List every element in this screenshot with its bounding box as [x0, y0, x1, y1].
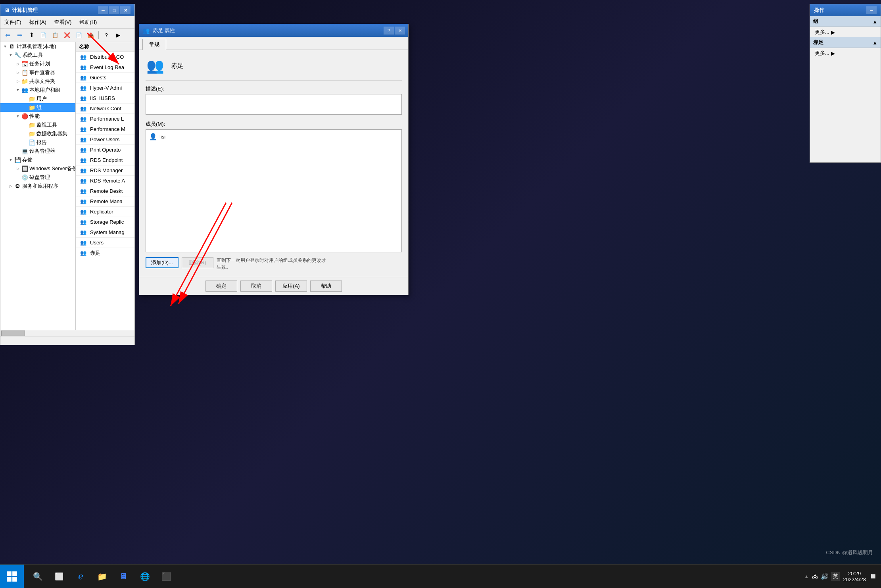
chizu-more-button[interactable]: 更多... ▶: [810, 48, 881, 58]
dialog-help-button[interactable]: ?: [384, 27, 394, 35]
menu-file[interactable]: 文件(F): [0, 17, 25, 27]
clock-date: 2022/4/28: [843, 576, 866, 582]
run-btn[interactable]: ▶: [113, 30, 124, 40]
taskbar-clock[interactable]: 20:29 2022/4/28: [843, 571, 866, 582]
taskbar-ie[interactable]: ℯ: [71, 567, 90, 586]
list-item[interactable]: 👥 Performance M: [76, 124, 134, 135]
list-item-name: Replicator: [90, 209, 113, 215]
list-item[interactable]: 👥 Remote Deskt: [76, 186, 134, 196]
add-member-button[interactable]: 添加(D)...: [146, 257, 179, 268]
help-button[interactable]: 帮助: [310, 281, 342, 292]
description-input[interactable]: [146, 94, 402, 115]
list-item[interactable]: 👥 System Manag: [76, 227, 134, 238]
tree-item-disk-mgmt[interactable]: 💿 磁盘管理: [0, 173, 75, 182]
show-desktop-icon[interactable]: ▲: [804, 574, 809, 579]
tree-item-datacollector[interactable]: 📁 数据收集器集: [0, 129, 75, 138]
menu-help[interactable]: 帮助(H): [75, 17, 101, 27]
menu-view[interactable]: 查看(V): [50, 17, 75, 27]
list-item[interactable]: 👥 Hyper-V Admi: [76, 83, 134, 93]
list-item[interactable]: 👥 Print Operato: [76, 145, 134, 155]
list-item-name: Performance L: [90, 116, 124, 122]
list-item[interactable]: 👥 RDS Endpoint: [76, 155, 134, 165]
start-button[interactable]: [0, 565, 24, 588]
list-item[interactable]: 👥 Distributed CO: [76, 52, 134, 62]
list-item[interactable]: 👥 Storage Replic: [76, 217, 134, 227]
forward-button[interactable]: ➡: [14, 30, 25, 40]
list-item-chizu[interactable]: 👥 赤足: [76, 248, 134, 258]
rename-btn[interactable]: 📄: [73, 30, 84, 40]
back-button[interactable]: ⬅: [2, 30, 13, 40]
maximize-button[interactable]: □: [109, 6, 119, 14]
group-icon: 👥: [79, 135, 88, 144]
tree-label: 组: [36, 104, 42, 111]
apply-button[interactable]: 应用(A): [275, 281, 307, 292]
new-window[interactable]: 📋: [50, 30, 61, 40]
tree-item-task[interactable]: ▷ 📅 任务计划: [0, 60, 75, 68]
tree-item-share[interactable]: ▷ 📁 共享文件夹: [0, 77, 75, 86]
list-item[interactable]: 👥 Network Conf: [76, 104, 134, 114]
list-item-name: Hyper-V Admi: [90, 85, 122, 91]
tree-item-reports[interactable]: 📄 报告: [0, 138, 75, 147]
taskbar-task-view[interactable]: ⬜: [49, 567, 69, 586]
taskbar-network[interactable]: 🌐: [135, 567, 155, 586]
delete-btn[interactable]: ❌: [61, 30, 73, 40]
tree-item-users[interactable]: 📁 用户: [0, 94, 75, 103]
taskbar-search[interactable]: 🔍: [28, 567, 48, 586]
tree-item-windows-backup[interactable]: ▷ 🔲 Windows Server备份: [0, 164, 75, 173]
group-more-button[interactable]: 更多... ▶: [810, 27, 881, 37]
taskbar-cmd[interactable]: ⬛: [156, 567, 176, 586]
list-item[interactable]: 👥 Users: [76, 238, 134, 248]
operations-group-header: 组 ▲: [810, 16, 881, 27]
list-item[interactable]: 👥 Power Users: [76, 135, 134, 145]
help-btn[interactable]: ?: [101, 30, 112, 40]
list-item[interactable]: 👥 Event Log Rea: [76, 62, 134, 73]
taskbar-server-mgr[interactable]: 🖥: [113, 567, 133, 586]
ok-button[interactable]: 确定: [205, 281, 237, 292]
tree-item-monitor[interactable]: 📁 监视工具: [0, 121, 75, 129]
dialog-close-button[interactable]: ✕: [395, 27, 405, 35]
group-icon: 👥: [79, 125, 88, 134]
export-btn[interactable]: 📤: [85, 30, 96, 40]
list-item-name: Storage Replic: [90, 219, 124, 225]
tree-item-storage[interactable]: ▼ 💾 存储: [0, 156, 75, 164]
expand-icon: ▲: [872, 40, 877, 46]
show-hide-console[interactable]: 📄: [38, 30, 49, 40]
up-button[interactable]: ⬆: [26, 30, 37, 40]
tree-item-device-mgr[interactable]: 💻 设备管理器: [0, 147, 75, 156]
minimize-button[interactable]: ─: [98, 6, 108, 14]
cancel-button[interactable]: 取消: [240, 281, 272, 292]
more-label: 更多...: [815, 29, 829, 36]
list-item[interactable]: 👥 Replicator: [76, 207, 134, 217]
close-button[interactable]: ✕: [120, 6, 131, 14]
notification-area[interactable]: ⬜: [869, 569, 877, 584]
scroll-thumb[interactable]: [1, 331, 25, 336]
tree-item-services[interactable]: ▷ ⚙ 服务和应用程序: [0, 182, 75, 190]
remove-member-button[interactable]: 删除(R): [182, 257, 213, 268]
tab-general[interactable]: 常规: [142, 39, 166, 50]
member-item-lisi[interactable]: 👤 lisi: [148, 131, 400, 142]
list-item[interactable]: 👥 RDS Remote A: [76, 176, 134, 186]
tree-label: Windows Server备份: [29, 165, 76, 172]
properties-dialog: 👥 赤足 属性 ? ✕ 常规 👥 赤足 描述(E):: [139, 24, 409, 295]
taskbar-explorer[interactable]: 📁: [92, 567, 112, 586]
menu-action[interactable]: 操作(A): [25, 17, 50, 27]
tree-item-local-users[interactable]: ▼ 👥 本地用户和组: [0, 86, 75, 94]
window-controls: ─: [866, 6, 877, 14]
list-item[interactable]: 👥 IIS_IUSRS: [76, 93, 134, 104]
list-item[interactable]: 👥 Remote Mana: [76, 196, 134, 207]
minimize-button[interactable]: ─: [866, 6, 877, 14]
horizontal-scrollbar[interactable]: [0, 330, 134, 336]
list-item[interactable]: 👥 RDS Manager: [76, 165, 134, 176]
list-item[interactable]: 👥 Performance L: [76, 114, 134, 124]
search-icon: 🔍: [33, 572, 43, 581]
tree-item-computer[interactable]: ▼ 🖥 计算机管理(本地): [0, 42, 75, 51]
dialog-footer: 确定 取消 应用(A) 帮助: [139, 277, 408, 295]
tree-item-event[interactable]: ▷ 📋 事件查看器: [0, 68, 75, 77]
list-item[interactable]: 👥 Guests: [76, 73, 134, 83]
tree-item-system-tools[interactable]: ▼ 🔧 系统工具: [0, 51, 75, 60]
members-listbox[interactable]: 👤 lisi: [146, 129, 402, 252]
tree-item-performance[interactable]: ▼ 🔴 性能: [0, 112, 75, 121]
tree-item-groups[interactable]: 📁 组: [0, 103, 75, 112]
prop-icon: 👥: [146, 56, 165, 75]
lang-indicator[interactable]: 英: [831, 572, 840, 581]
